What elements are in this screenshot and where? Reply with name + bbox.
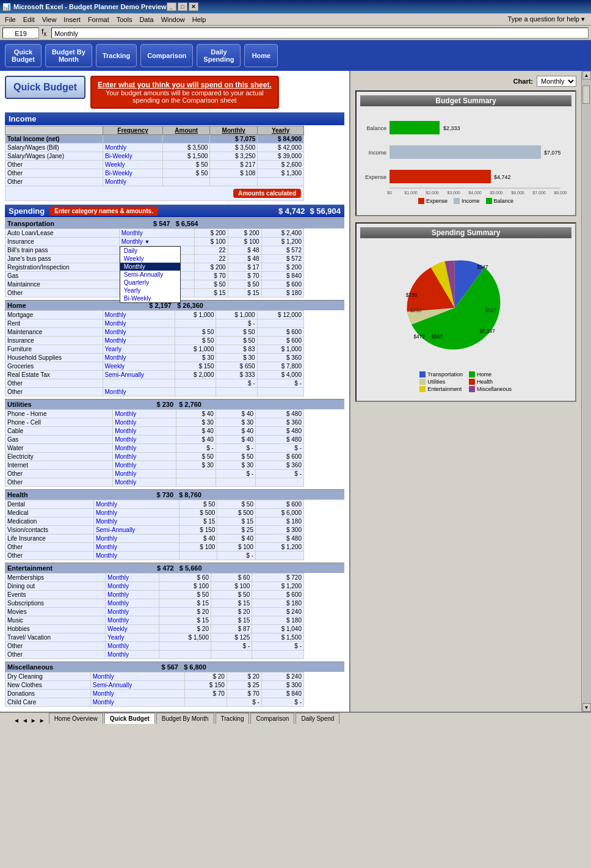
minimize-button[interactable]: _ <box>167 2 176 11</box>
spending-chart-legend: Transportation Home Utilities Health Ent… <box>419 371 512 392</box>
sheet-nav-left[interactable]: ◄ <box>12 717 21 724</box>
svg-text:$1,000: $1,000 <box>404 191 418 194</box>
sheet-nav-prev[interactable]: ◄ <box>21 717 29 724</box>
sheet-nav-next[interactable]: ► <box>29 717 38 724</box>
comparison-nav-button[interactable]: Comparison <box>140 44 193 67</box>
sheet-nav-right[interactable]: ► <box>38 717 46 724</box>
svg-text:$567: $567 <box>432 334 443 340</box>
svg-text:$567: $567 <box>485 308 497 313</box>
budget-summary-chart: Budget Summary Balance Income Expense $2… <box>355 90 576 216</box>
miscellaneous-header: Miscellaneous $ 567 $ 6,800 <box>5 662 344 672</box>
menu-insert[interactable]: Insert <box>60 15 84 24</box>
scroll-up-arrow[interactable]: ▲ <box>582 71 591 79</box>
svg-text:$2,333: $2,333 <box>443 125 460 131</box>
chart-select[interactable]: Monthly Yearly <box>537 76 576 87</box>
svg-rect-7 <box>390 170 491 183</box>
svg-text:Balance: Balance <box>366 125 386 131</box>
menu-bar: File Edit View Insert Format Tools Data … <box>0 13 591 26</box>
amounts-calculated-badge: Amounts calculated <box>233 189 301 198</box>
spending-section-header: Spending Enter category names & amounts.… <box>5 205 344 217</box>
fx-label: fx <box>39 27 49 37</box>
budget-bar-chart-svg: Balance Income Expense $2,333 $7,075 $4,… <box>365 115 573 194</box>
sheet-tab-budget-by-month[interactable]: Budget By Month <box>156 713 214 724</box>
svg-text:$8,000: $8,000 <box>554 191 567 194</box>
svg-text:$6,000: $6,000 <box>511 191 524 194</box>
sheet-tab-home-overview[interactable]: Home Overview <box>49 713 103 724</box>
income-table: Frequency Amount Monthly Yearly Total In… <box>5 126 304 201</box>
svg-text:$7,075: $7,075 <box>544 150 561 156</box>
title-bar: 📊 Microsoft Excel - Budget Planner Demo … <box>0 0 591 13</box>
menu-format[interactable]: Format <box>84 15 113 24</box>
chart-label: Chart: <box>513 78 533 85</box>
right-panel: Chart: Monthly Yearly Budget Summary Bal… <box>349 71 581 712</box>
transportation-table: Auto Loan/LeaseMonthly$ 200$ 200$ 2,400 … <box>5 228 304 297</box>
sheet-tab-tracking[interactable]: Tracking <box>216 713 250 724</box>
budget-chart-legend: Expense Income Balance <box>365 195 567 206</box>
instructions-body: Your budget amounts will be compared to … <box>98 89 272 104</box>
freq-dropdown[interactable]: Daily Weekly Monthly Semi-Annually Quart… <box>120 246 181 303</box>
quick-budget-title: Quick Budget <box>5 76 85 99</box>
sheet-tab-daily-spend[interactable]: Daily Spend <box>296 713 339 724</box>
scroll-thumb[interactable] <box>582 86 590 104</box>
income-total-label: Total Income (net) <box>5 135 103 144</box>
menu-data[interactable]: Data <box>136 15 157 24</box>
daily-spending-nav-button[interactable]: DailySpending <box>197 44 241 67</box>
instructions-box: Enter what you think you will spend on t… <box>90 76 279 109</box>
miscellaneous-table: Dry CleaningMonthly$ 20$ 20$ 240 New Clo… <box>5 672 304 707</box>
maximize-button[interactable]: □ <box>178 2 187 11</box>
menu-file[interactable]: File <box>1 15 20 24</box>
tracking-nav-button[interactable]: Tracking <box>96 44 137 67</box>
spending-summary-chart: Spending Summary <box>355 222 576 402</box>
svg-text:$2,000: $2,000 <box>426 191 439 194</box>
enter-badge: Enter category names & amounts. <box>49 206 158 216</box>
menu-window[interactable]: Window <box>158 15 189 24</box>
title-bar-text: Microsoft Excel - Budget Planner Demo Pr… <box>13 3 167 10</box>
close-button[interactable]: ✕ <box>189 2 198 11</box>
home-table: MortgageMonthly$ 1,000$ 1,000$ 12,000 Re… <box>5 310 304 396</box>
svg-rect-3 <box>390 121 440 134</box>
svg-text:Income: Income <box>368 150 386 156</box>
quick-budget-nav-button[interactable]: QuickBudget <box>5 44 42 67</box>
svg-text:$4,742: $4,742 <box>494 174 511 180</box>
budget-by-month-nav-button[interactable]: Budget ByMonth <box>45 44 92 67</box>
spending-summary-title: Spending Summary <box>360 227 571 238</box>
instructions-title: Enter what you think you will spend on t… <box>98 81 272 89</box>
entertainment-header: Entertainment $ 472 $ 5,660 <box>5 563 344 573</box>
svg-rect-5 <box>390 145 541 159</box>
utilities-header: Utilities $ 230 $ 2,760 <box>5 399 344 409</box>
sheet-tabs-bar: ◄ ◄ ► ► Home Overview Quick Budget Budge… <box>0 712 591 724</box>
formula-bar[interactable]: Monthly <box>51 27 589 38</box>
menu-edit[interactable]: Edit <box>20 15 38 24</box>
menu-help[interactable]: Help <box>189 15 210 24</box>
spreadsheet-area: Quick Budget Enter what you think you wi… <box>0 71 349 712</box>
sheet-tab-comparison[interactable]: Comparison <box>250 713 294 724</box>
sheet-tab-quick-budget[interactable]: Quick Budget <box>104 713 155 724</box>
utilities-table: Phone - HomeMonthly$ 40$ 40$ 480 Phone -… <box>5 409 304 487</box>
budget-summary-title: Budget Summary <box>360 95 571 106</box>
transportation-header: Transportation $ 547 $ 6,564 <box>5 218 344 228</box>
svg-text:$230: $230 <box>410 308 422 313</box>
health-header: Health $ 730 $ 8,760 <box>5 489 344 500</box>
home-nav-button[interactable]: Home <box>244 44 278 67</box>
cell-reference[interactable]: E19 <box>2 27 39 38</box>
income-section-header: Income <box>5 112 344 125</box>
help-search: Type a question for help ▾ <box>508 15 590 23</box>
menu-tools[interactable]: Tools <box>113 15 136 24</box>
svg-text:$3,000: $3,000 <box>447 191 460 194</box>
scroll-track[interactable] <box>582 79 591 703</box>
menu-view[interactable]: View <box>38 15 60 24</box>
nav-buttons-bar: QuickBudget Budget ByMonth Tracking Comp… <box>0 40 591 71</box>
svg-text:Expense: Expense <box>365 174 386 180</box>
svg-text:$2,197: $2,197 <box>480 329 495 334</box>
scroll-down-arrow[interactable]: ▼ <box>582 703 591 712</box>
vertical-scrollbar[interactable]: ▲ ▼ <box>581 71 591 712</box>
svg-text:$730: $730 <box>406 293 418 298</box>
svg-text:$0: $0 <box>387 191 392 194</box>
app-icon: 📊 <box>2 3 11 11</box>
svg-text:$472: $472 <box>414 334 426 340</box>
spending-pie-svg: $547 $2,197 $730 $472 $567 <box>368 247 564 369</box>
svg-text:$5,000: $5,000 <box>490 191 503 194</box>
health-table: DentalMonthly$ 50$ 50$ 600 MedicalMonthl… <box>5 500 304 560</box>
svg-text:$7,000: $7,000 <box>532 191 546 194</box>
svg-text:$4,000: $4,000 <box>468 191 482 194</box>
